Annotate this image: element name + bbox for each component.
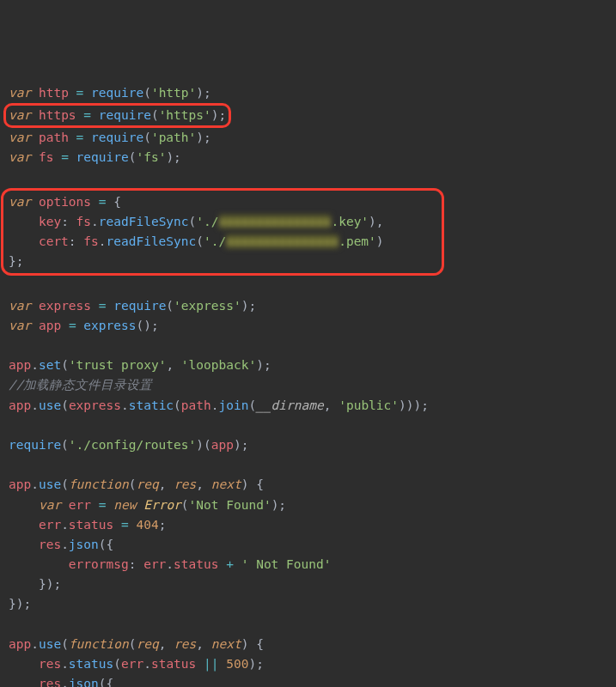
code-line: var path = require('path'); — [9, 131, 211, 144]
code-line: res.json({ — [9, 677, 113, 687]
obscured-filename: xxxxxxxxxxxxxxx — [219, 215, 332, 228]
obscured-filename: xxxxxxxxxxxxxxx — [226, 234, 338, 248]
code-line: app.set('trust proxy', 'loopback'); — [9, 358, 271, 372]
code-line: err.status = 404; — [9, 518, 166, 532]
highlight-box-1: var https = require('https'); — [3, 103, 231, 128]
code-line: errormsg: err.status + ' Not Found' — [9, 557, 331, 571]
code-line: res.json({ — [9, 538, 113, 551]
code-line: app.use(express.static(path.join(__dirna… — [9, 398, 429, 412]
highlight-box-2: var options = { key: fs.readFileSync('./… — [1, 188, 444, 277]
code-line: var app = express(); — [9, 319, 159, 332]
code-line: var http = require('http'); — [9, 86, 211, 100]
code-line: }); — [9, 597, 31, 611]
code-block: var http = require('http'); var https = … — [9, 83, 607, 687]
code-line: app.use(function(req, res, next) { — [9, 637, 264, 651]
code-line: res.status(err.status || 500); — [9, 657, 264, 671]
code-line: var err = new Error('Not Found'); — [9, 498, 286, 512]
code-line: require('./config/routes')(app); — [9, 438, 248, 452]
comment: //加载静态文件目录设置 — [9, 378, 152, 392]
code-line: var fs = require('fs'); — [9, 150, 181, 164]
code-line: app.use(function(req, res, next) { — [9, 477, 264, 491]
code-line: var express = require('express'); — [9, 299, 256, 313]
code-line: }); — [9, 577, 61, 591]
